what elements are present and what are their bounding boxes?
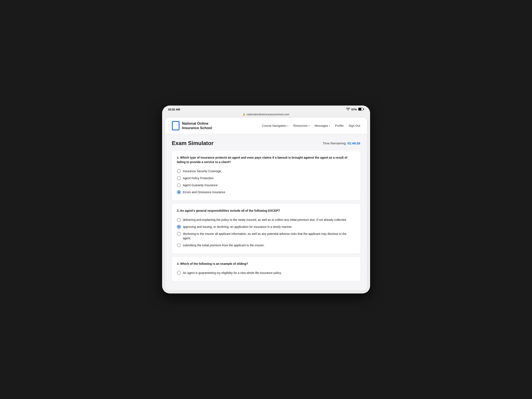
answer-text-2-4: submitting the initial premium from the … [183, 243, 355, 248]
question-text-3: 3. Which of the following is an example … [177, 262, 355, 266]
radio-inner-2-2 [178, 226, 180, 228]
answer-text-1-3: Agent Guaranty Insurance [183, 183, 355, 187]
lock-icon: 🔒 [243, 113, 246, 116]
question-number-1: 1. [177, 156, 180, 159]
logo-area: National Online Insurance School [172, 121, 212, 130]
tablet-frame: 10:32 AM 57% 🔒 [162, 106, 370, 293]
answer-text-1-1: Insurance Security Coverage [183, 169, 355, 174]
answer-text-1-2: Agent Policy Protection [183, 176, 355, 180]
radio-inner-1-4 [178, 191, 180, 193]
radio-2-2[interactable] [177, 225, 181, 229]
chevron-down-icon: ▾ [309, 125, 310, 127]
question-text-1: 1. Which type of insurance protects an a… [177, 155, 355, 164]
svg-rect-2 [363, 109, 364, 110]
url-text: nationalonlineinsuranceschool.com [246, 113, 289, 116]
radio-2-4[interactable] [177, 243, 181, 247]
nav-menu: Course Navigation ▾ Resources ▾ Messages… [262, 124, 360, 127]
logo-name: National Online Insurance School [182, 121, 212, 130]
nav-course-navigation[interactable]: Course Navigation ▾ [262, 124, 288, 127]
time-value: 01:49:26 [347, 142, 360, 145]
radio-2-3[interactable] [177, 232, 181, 236]
answer-2-4[interactable]: submitting the initial premium from the … [177, 242, 355, 249]
nav-profile[interactable]: Profile [335, 124, 343, 127]
exam-title: Exam Simulator [172, 140, 214, 147]
nav-messages[interactable]: Messages ▾ [315, 124, 330, 127]
wifi-icon [346, 108, 350, 111]
chevron-down-icon: ▾ [329, 125, 330, 127]
radio-1-3[interactable] [177, 183, 181, 187]
question-card-3: 3. Which of the following is an example … [172, 257, 360, 281]
question-number-2: 2. [177, 209, 180, 212]
answer-text-3-1: An agent is guaranteeing my eligibility … [183, 271, 355, 275]
answer-1-4[interactable]: Errors and Omissions Insurance [177, 189, 355, 196]
question-text-2: 2. An agent's general responsibilities i… [177, 209, 355, 213]
radio-1-2[interactable] [177, 176, 181, 180]
url-bar: 🔒 nationalonlineinsuranceschool.com [162, 112, 370, 118]
chevron-down-icon: ▾ [287, 125, 288, 127]
radio-3-1[interactable] [177, 271, 181, 275]
status-time: 10:32 AM [168, 108, 180, 111]
question-card-2: 2. An agent's general responsibilities i… [172, 204, 360, 254]
answer-text-1-4: Errors and Omissions Insurance [183, 190, 355, 194]
radio-1-4[interactable] [177, 190, 181, 194]
battery-percentage: 57% [351, 108, 357, 111]
question-number-3: 3. [177, 262, 180, 265]
battery-icon [358, 108, 364, 111]
svg-rect-1 [358, 108, 361, 110]
exam-header: Exam Simulator Time Remaining: 01:49:26 [172, 140, 360, 147]
answer-1-1[interactable]: Insurance Security Coverage [177, 168, 355, 175]
answer-text-2-2: approving and issuing, or declining, an … [183, 225, 355, 229]
browser-content: National Online Insurance School Course … [165, 118, 367, 290]
radio-1-1[interactable] [177, 169, 181, 173]
main-content: Exam Simulator Time Remaining: 01:49:26 … [165, 134, 367, 290]
radio-2-1[interactable] [177, 218, 181, 222]
answer-text-2-3: disclosing to the insurer all applicant … [183, 232, 355, 241]
answer-2-3[interactable]: disclosing to the insurer all applicant … [177, 230, 355, 242]
time-remaining: Time Remaining: 01:49:26 [323, 142, 360, 145]
answer-1-2[interactable]: Agent Policy Protection [177, 175, 355, 182]
answer-1-3[interactable]: Agent Guaranty Insurance [177, 182, 355, 189]
answer-2-1[interactable]: delivering and explaining the policy to … [177, 216, 355, 223]
question-card-1: 1. Which type of insurance protects an a… [172, 151, 360, 200]
site-header: National Online Insurance School Course … [165, 118, 367, 134]
nav-resources[interactable]: Resources ▾ [293, 124, 310, 127]
status-bar: 10:32 AM 57% [162, 106, 370, 112]
status-right: 57% [346, 108, 364, 111]
nav-sign-out[interactable]: Sign Out [349, 124, 360, 127]
answer-3-1[interactable]: An agent is guaranteeing my eligibility … [177, 270, 355, 277]
answer-2-2[interactable]: approving and issuing, or declining, an … [177, 223, 355, 230]
answer-text-2-1: delivering and explaining the policy to … [183, 218, 355, 222]
logo-icon [172, 121, 179, 130]
